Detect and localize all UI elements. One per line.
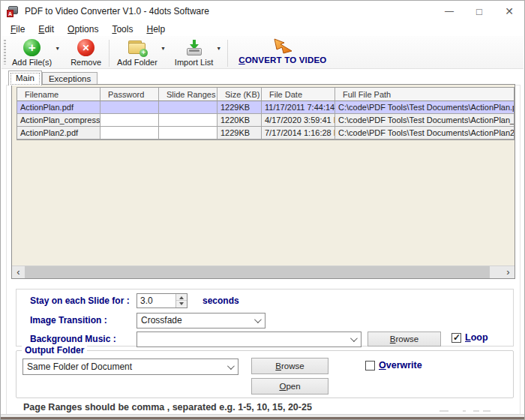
scroll-left-icon[interactable]: ‹ bbox=[12, 266, 25, 278]
column-header[interactable]: Password bbox=[100, 88, 159, 101]
menu-options[interactable]: Options bbox=[61, 23, 105, 35]
table-row[interactable]: ActionPlan2.pdf1229KB7/17/2014 1:16:28 P… bbox=[17, 127, 514, 140]
output-browse-button[interactable]: Browse bbox=[251, 358, 328, 374]
table-cell[interactable]: 11/17/2011 7:44:14 PM bbox=[262, 101, 335, 114]
chevron-down-icon bbox=[254, 316, 262, 323]
menu-tools[interactable]: Tools bbox=[105, 23, 140, 35]
background-music-label: Background Music : bbox=[30, 334, 116, 344]
column-header[interactable]: Filename bbox=[17, 88, 100, 101]
page-ranges-hint: Page Ranges should be comma , separated … bbox=[23, 402, 312, 412]
table-cell[interactable]: ActionPlan2.pdf bbox=[17, 127, 100, 140]
table-row[interactable]: ActionPlan.pdf1229KB11/17/2011 7:44:14 P… bbox=[17, 101, 514, 114]
checkbox-icon bbox=[452, 333, 461, 343]
add-folder-button[interactable]: + Add Folder bbox=[114, 38, 160, 68]
remove-button[interactable]: ✕ Remove bbox=[68, 38, 104, 68]
stepper-up-icon[interactable] bbox=[176, 294, 187, 301]
toolbar: + Add File(s) ▼ ✕ Remove + Add Folder ▼ … bbox=[2, 36, 524, 69]
music-browse-button[interactable]: Browse bbox=[368, 332, 441, 346]
output-open-button[interactable]: Open bbox=[251, 378, 328, 394]
add-folder-icon: + bbox=[128, 39, 147, 56]
image-transition-label: Image Transition : bbox=[30, 315, 107, 326]
import-list-button[interactable]: Import List bbox=[172, 38, 216, 68]
toolbar-gripper[interactable] bbox=[4, 40, 6, 64]
resize-grip-marks bbox=[440, 410, 448, 412]
window-bottom-border bbox=[1, 414, 524, 419]
add-files-button[interactable]: + Add File(s) bbox=[9, 38, 55, 68]
output-folder-group: Output Folder Same Folder of Document Br… bbox=[16, 350, 514, 398]
table-cell[interactable]: C:\code\PDF Tools\Test Documents\ActionP… bbox=[335, 114, 514, 127]
menu-edit[interactable]: Edit bbox=[32, 23, 61, 35]
scrollbar-thumb[interactable] bbox=[25, 266, 490, 278]
output-folder-legend: Output Folder bbox=[22, 345, 87, 356]
convert-icon bbox=[272, 38, 294, 55]
table-cell[interactable]: C:\code\PDF Tools\Test Documents\ActionP… bbox=[335, 101, 514, 114]
table-cell[interactable]: 1220KB bbox=[218, 114, 262, 127]
column-header[interactable]: Slide Ranges bbox=[159, 88, 218, 101]
import-list-dropdown-icon[interactable]: ▼ bbox=[216, 46, 221, 51]
table-cell[interactable] bbox=[159, 114, 218, 127]
stepper-down-icon[interactable] bbox=[176, 301, 187, 308]
table-cell[interactable] bbox=[100, 114, 159, 127]
table-cell[interactable]: ActionPlan_compressed.pdf bbox=[17, 114, 100, 127]
column-header[interactable]: File Date bbox=[262, 88, 335, 101]
toolbar-separator bbox=[109, 40, 110, 67]
resize-grip-marks bbox=[473, 410, 479, 412]
app-icon: A bbox=[7, 5, 20, 17]
table-cell[interactable] bbox=[100, 127, 159, 140]
menu-file[interactable]: File bbox=[4, 23, 32, 35]
file-table-body: ActionPlan.pdf1229KB11/17/2011 7:44:14 P… bbox=[17, 101, 514, 140]
horizontal-scrollbar[interactable]: ‹ › bbox=[12, 266, 514, 278]
tab-main[interactable]: Main bbox=[8, 70, 42, 86]
toolbar-separator bbox=[227, 40, 228, 67]
table-row[interactable]: ActionPlan_compressed.pdf1220KB4/17/2020… bbox=[17, 114, 514, 127]
output-folder-select[interactable]: Same Folder of Document bbox=[22, 358, 238, 375]
column-header[interactable]: Size (KB) bbox=[218, 88, 262, 101]
import-list-icon bbox=[185, 39, 203, 56]
table-cell[interactable]: 1229KB bbox=[218, 101, 262, 114]
minimize-button[interactable]: — bbox=[434, 1, 464, 22]
chevron-down-icon bbox=[350, 334, 358, 342]
menu-help[interactable]: Help bbox=[140, 23, 172, 35]
resize-grip-marks bbox=[483, 410, 490, 412]
table-cell[interactable] bbox=[159, 101, 218, 114]
stay-on-slide-label: Stay on each Slide for : bbox=[30, 296, 130, 306]
convert-to-video-button[interactable]: CONVERT TO VIDEO bbox=[234, 38, 331, 64]
image-transition-select[interactable]: Crossfade bbox=[136, 313, 266, 328]
slide-duration-stepper[interactable]: 3.0 bbox=[136, 293, 188, 308]
titlebar: A PDF to Video Converter V1.0 - 4dots So… bbox=[1, 1, 524, 22]
table-cell[interactable]: 1229KB bbox=[218, 127, 262, 140]
checkbox-icon bbox=[365, 361, 375, 370]
settings-panel: Stay on each Slide for : 3.0 seconds Ima… bbox=[16, 289, 514, 346]
column-header[interactable]: Full File Path bbox=[335, 88, 514, 101]
menubar: File Edit Options Tools Help bbox=[1, 22, 524, 36]
table-cell[interactable]: ActionPlan.pdf bbox=[17, 101, 100, 114]
seconds-label: seconds bbox=[202, 296, 239, 306]
add-files-icon: + bbox=[23, 39, 40, 56]
window-title: PDF to Video Converter V1.0 - 4dots Soft… bbox=[25, 6, 209, 16]
resize-grip-marks bbox=[463, 410, 466, 412]
background-music-input[interactable] bbox=[136, 332, 362, 347]
overwrite-checkbox[interactable]: Overwrite bbox=[365, 360, 422, 370]
add-files-dropdown-icon[interactable]: ▼ bbox=[55, 46, 60, 51]
add-folder-dropdown-icon[interactable]: ▼ bbox=[160, 46, 166, 51]
close-button[interactable]: ✕ bbox=[494, 1, 524, 22]
loop-checkbox[interactable]: Loop bbox=[452, 332, 488, 343]
file-list-panel: FilenamePasswordSlide RangesSize (KB)Fil… bbox=[11, 84, 515, 279]
maximize-button[interactable]: □ bbox=[464, 1, 494, 22]
table-cell[interactable]: 4/17/2020 3:59:41 PM bbox=[262, 114, 335, 127]
file-table: FilenamePasswordSlide RangesSize (KB)Fil… bbox=[16, 87, 514, 140]
table-header-row: FilenamePasswordSlide RangesSize (KB)Fil… bbox=[17, 88, 514, 101]
remove-icon: ✕ bbox=[77, 39, 94, 56]
app-window: A PDF to Video Converter V1.0 - 4dots So… bbox=[0, 0, 525, 420]
chevron-down-icon bbox=[227, 362, 235, 370]
table-cell[interactable]: C:\code\PDF Tools\Test Documents\ActionP… bbox=[335, 127, 514, 140]
table-cell[interactable] bbox=[100, 101, 159, 114]
scroll-right-icon[interactable]: › bbox=[502, 266, 514, 278]
table-cell[interactable] bbox=[159, 127, 218, 140]
table-cell[interactable]: 7/17/2014 1:16:28 PM bbox=[262, 127, 335, 140]
